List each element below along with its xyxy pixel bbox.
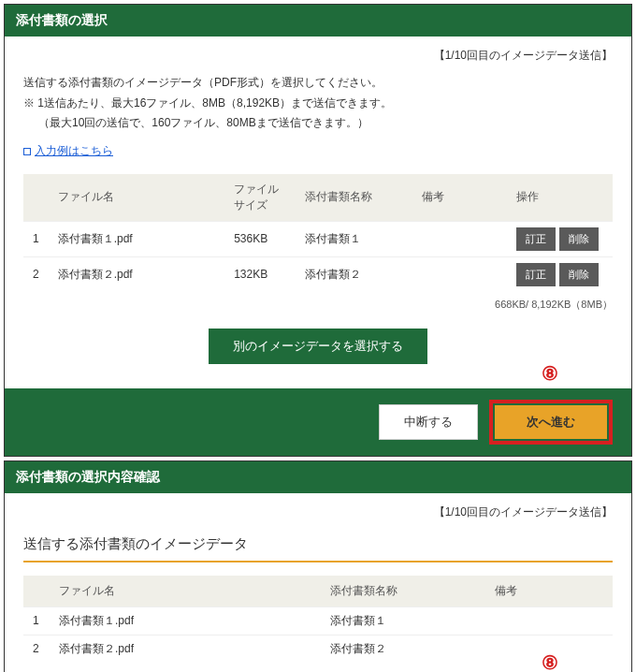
panel-confirm-attachments: 添付書類の選択内容確認 【1/10回目のイメージデータ送信】 送信する添付書類の… xyxy=(4,460,632,672)
col-filesize: ファイルサイズ xyxy=(224,174,296,222)
next-highlight: 次へ進む xyxy=(489,400,613,445)
col-note: 備考 xyxy=(412,174,507,222)
panel1-footer-wrap: ⑧ 中断する 次へ進む xyxy=(5,388,631,456)
col-num xyxy=(23,174,49,222)
cell-note xyxy=(485,606,613,635)
cell-docname: 添付書類２ xyxy=(296,256,413,292)
table-row: 1 添付書類１.pdf 添付書類１ xyxy=(23,606,613,635)
example-link[interactable]: 入力例はこちら xyxy=(35,144,113,157)
subheading: 送信する添付書類のイメージデータ xyxy=(23,535,613,553)
cell-num: 1 xyxy=(23,221,49,256)
table-row: 1 添付書類１.pdf 536KB 添付書類１ 訂正削除 xyxy=(23,221,613,256)
table-header-row: ファイル名 ファイルサイズ 添付書類名称 備考 操作 xyxy=(23,174,613,222)
cell-num: 1 xyxy=(23,606,50,635)
panel2-body: 【1/10回目のイメージデータ送信】 送信する添付書類のイメージデータ ファイル… xyxy=(5,493,631,672)
edit-button[interactable]: 訂正 xyxy=(516,263,556,286)
desc-line: ※ 1送信あたり、最大16ファイル、8MB（8,192KB）まで送信できます。 xyxy=(23,94,613,114)
cell-filename: 添付書類２.pdf xyxy=(49,256,224,292)
cell-docname: 添付書類１ xyxy=(321,606,485,635)
delete-button[interactable]: 削除 xyxy=(559,227,599,251)
cell-docname: 添付書類２ xyxy=(321,635,485,663)
cell-filename: 添付書類１.pdf xyxy=(50,606,321,635)
cell-ops: 訂正削除 xyxy=(507,256,613,292)
cancel-button[interactable]: 中断する xyxy=(379,404,478,440)
table-row: 2 添付書類２.pdf 添付書類２ xyxy=(23,635,613,663)
col-num xyxy=(23,576,50,607)
table-row: 2 添付書類２.pdf 132KB 添付書類２ 訂正削除 xyxy=(23,256,613,292)
desc-line: （最大10回の送信で、160ファイル、80MBまで送信できます。） xyxy=(23,113,613,134)
col-filename: ファイル名 xyxy=(50,576,321,607)
panel-select-attachments: 添付書類の選択 【1/10回目のイメージデータ送信】 送信する添付書類のイメージ… xyxy=(4,4,632,457)
table-header-row: ファイル名 添付書類名称 備考 xyxy=(23,576,613,607)
send-counter: 【1/10回目のイメージデータ送信】 xyxy=(23,504,613,520)
cell-docname: 添付書類１ xyxy=(296,221,413,256)
cell-filename: 添付書類１.pdf xyxy=(49,221,224,256)
col-note: 備考 xyxy=(485,576,613,607)
cell-note xyxy=(412,256,507,292)
col-filename: ファイル名 xyxy=(49,174,224,222)
panel2-title: 添付書類の選択内容確認 xyxy=(5,461,631,493)
attachments-table: ファイル名 ファイルサイズ 添付書類名称 備考 操作 1 添付書類１.pdf 5… xyxy=(23,174,613,292)
cell-num: 2 xyxy=(23,635,50,663)
cell-filesize: 536KB xyxy=(224,221,296,256)
cell-filesize: 132KB xyxy=(224,256,296,292)
cell-note xyxy=(412,221,507,256)
edit-button[interactable]: 訂正 xyxy=(516,227,556,251)
select-more-button[interactable]: 別のイメージデータを選択する xyxy=(209,329,427,364)
select-more-row: 別のイメージデータを選択する xyxy=(23,329,613,364)
confirm-table: ファイル名 添付書類名称 備考 1 添付書類１.pdf 添付書類１ 2 添付書類… xyxy=(23,576,613,663)
cell-num: 2 xyxy=(23,256,49,292)
instructions: 送信する添付書類のイメージデータ（PDF形式）を選択してください。 ※ 1送信あ… xyxy=(23,73,613,134)
callout-marker: ⑧ xyxy=(542,362,558,385)
delete-button[interactable]: 削除 xyxy=(559,263,599,286)
desc-line: 送信する添付書類のイメージデータ（PDF形式）を選択してください。 xyxy=(23,73,613,94)
next-button[interactable]: 次へ進む xyxy=(495,405,607,439)
cell-filename: 添付書類２.pdf xyxy=(50,635,321,663)
divider xyxy=(23,561,613,562)
size-summary: 668KB/ 8,192KB（8MB） xyxy=(23,298,613,312)
example-link-row: 入力例はこちら xyxy=(23,143,613,159)
link-bullet-icon xyxy=(23,148,31,155)
panel1-body: 【1/10回目のイメージデータ送信】 送信する添付書類のイメージデータ（PDF形… xyxy=(5,37,631,388)
panel1-footer: 中断する 次へ進む xyxy=(5,388,631,456)
panel1-title: 添付書類の選択 xyxy=(5,5,631,37)
col-ops: 操作 xyxy=(507,174,613,222)
send-counter: 【1/10回目のイメージデータ送信】 xyxy=(23,48,613,64)
cell-ops: 訂正削除 xyxy=(507,221,613,256)
col-docname: 添付書類名称 xyxy=(296,174,413,222)
callout-marker: ⑧ xyxy=(542,651,558,672)
col-docname: 添付書類名称 xyxy=(321,576,485,607)
